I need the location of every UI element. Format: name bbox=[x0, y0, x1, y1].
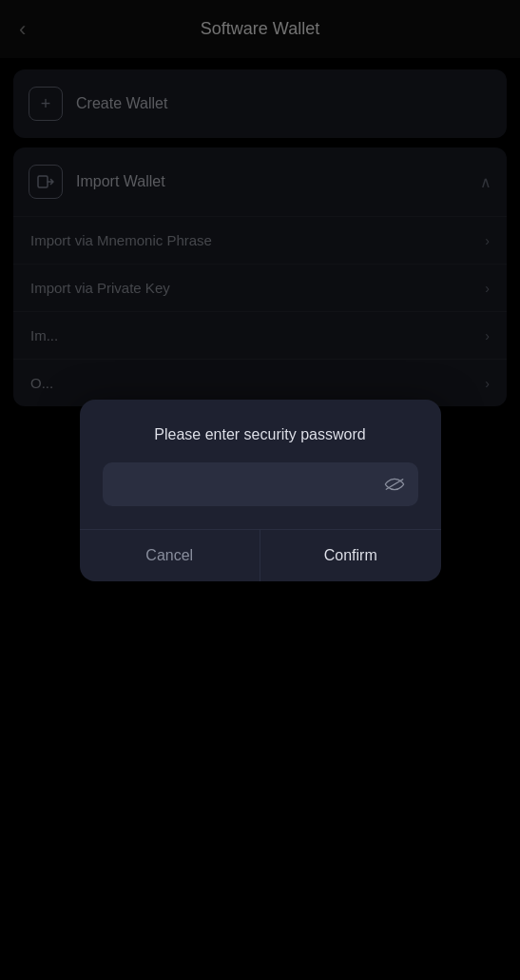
password-input-wrapper bbox=[103, 462, 418, 506]
security-password-input[interactable] bbox=[116, 462, 384, 506]
toggle-password-icon[interactable] bbox=[384, 478, 405, 491]
dialog-actions: Cancel Confirm bbox=[80, 529, 441, 581]
dialog-title: Please enter security password bbox=[103, 426, 418, 443]
security-password-dialog: Please enter security password Cancel Co… bbox=[80, 400, 441, 581]
dialog-body: Please enter security password bbox=[80, 400, 441, 506]
confirm-button[interactable]: Confirm bbox=[260, 530, 441, 581]
dialog-overlay: Please enter security password Cancel Co… bbox=[0, 0, 520, 980]
cancel-button[interactable]: Cancel bbox=[80, 530, 261, 581]
